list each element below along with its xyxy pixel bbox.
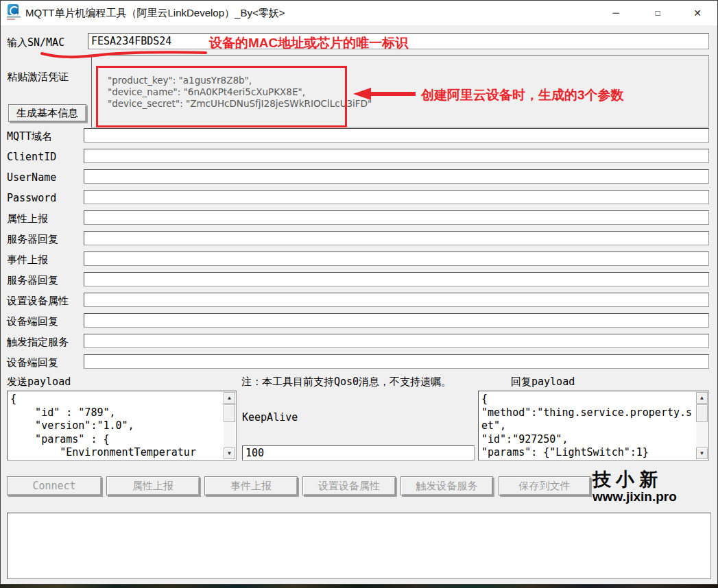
device-reply-1-input[interactable] (84, 313, 709, 328)
field-label-server-reply-1: 服务器回复 (7, 233, 58, 246)
field-label-mqtt-domain: MQTT域名 (7, 130, 52, 143)
property-report-button[interactable]: 属性上报 (106, 476, 200, 495)
desktop-wallpaper-strip (0, 585, 718, 588)
scroll-down-icon[interactable]: ▼ (224, 448, 235, 459)
minimize-button-icon[interactable]: ─ (600, 1, 632, 25)
credential-annotation-text: 创建阿里云设备时，生成的3个参数 (421, 86, 624, 104)
watermark-brand: 技小新 (593, 467, 662, 492)
scroll-up-icon[interactable]: ▲ (696, 392, 708, 404)
trigger-service-button[interactable]: 触发设备服务 (400, 476, 493, 495)
qos-note-text: 注：本工具目前支持Qos0消息，不支持遗嘱。 (241, 376, 451, 389)
reply-payload-label: 回复payload (511, 376, 575, 389)
device-reply-2-input[interactable] (84, 354, 709, 369)
field-label-password: Password (7, 192, 56, 204)
maximize-button-icon[interactable]: □ (642, 1, 673, 25)
log-textarea[interactable] (7, 513, 711, 579)
password-input[interactable] (84, 190, 709, 204)
title-bar: MQTT单片机编程工具（阿里云LinkDevelop）_By<零妖> ─ □ ✕ (1, 1, 717, 25)
scroll-down-icon[interactable]: ▼ (696, 448, 708, 459)
app-window: MQTT单片机编程工具（阿里云LinkDevelop）_By<零妖> ─ □ ✕… (0, 0, 718, 585)
credential-device-secret: "device_secret": "ZmcUHcDNuSfjI28jeSWkRI… (108, 98, 372, 110)
send-payload-scrollbar[interactable]: ▲ ▼ (224, 392, 235, 459)
save-to-file-button[interactable]: 保存到文件 (499, 476, 590, 495)
keepalive-input[interactable] (242, 445, 475, 461)
send-payload-textarea[interactable]: { "id" : "789", "version":"1.0", "params… (7, 391, 237, 461)
field-label-event-report: 事件上报 (7, 254, 48, 267)
sn-mac-label: 输入SN/MAC (7, 36, 64, 49)
property-report-input[interactable] (84, 210, 709, 225)
send-payload-text: { "id" : "789", "version":"1.0", "params… (10, 393, 221, 458)
mqtt-domain-input[interactable] (84, 128, 709, 143)
server-reply-2-input[interactable] (84, 272, 709, 286)
credential-device-name: "device_name": "6nA0KPt4eri5cXuPKX8E", (108, 86, 372, 98)
credential-label: 粘贴激活凭证 (7, 71, 69, 84)
set-device-property-input[interactable] (84, 293, 709, 307)
scroll-up-icon[interactable]: ▲ (224, 392, 235, 404)
clientid-input[interactable] (84, 149, 709, 163)
field-label-username: UserName (7, 171, 56, 184)
send-payload-label: 发送payload (7, 376, 71, 389)
app-logo-caption (7, 16, 21, 18)
reply-payload-scrollbar[interactable]: ▲ ▼ (696, 392, 708, 459)
reply-payload-text: { "method":"thing.service.property.set",… (481, 393, 693, 458)
field-label-server-reply-2: 服务器回复 (7, 274, 58, 287)
app-icon[interactable] (7, 4, 21, 22)
field-label-property-report: 属性上报 (7, 212, 48, 225)
event-report-button[interactable]: 事件上报 (204, 476, 298, 495)
reply-payload-textarea[interactable]: { "method":"thing.service.property.set",… (478, 391, 709, 461)
app-logo-icon (8, 4, 19, 15)
field-label-trigger-service: 触发指定服务 (7, 336, 69, 349)
field-label-set-device-property: 设置设备属性 (7, 295, 69, 308)
scrollbar-thumb[interactable] (224, 404, 235, 422)
window-title: MQTT单片机编程工具（阿里云LinkDevelop）_By<零妖> (25, 7, 285, 20)
event-report-input[interactable] (84, 252, 709, 266)
close-button-icon[interactable]: ✕ (682, 1, 713, 25)
watermark-url: www.jixin.pro (593, 489, 677, 504)
set-property-button[interactable]: 设置设备属性 (302, 476, 396, 495)
keepalive-label: KeepAlive (242, 411, 298, 424)
field-label-device-reply-2: 设备端回复 (7, 356, 58, 369)
sn-annotation-text: 设备的MAC地址或芯片的唯一标识 (209, 34, 408, 52)
credential-product-key: "product_key": "a1gusYr8Z8b", (108, 75, 372, 86)
generate-basic-info-button[interactable]: 生成基本信息 (8, 104, 86, 122)
username-input[interactable] (84, 169, 709, 184)
connect-button[interactable]: Connect (7, 476, 101, 495)
app-logo-caption2 (7, 19, 15, 20)
field-label-clientid: ClientID (7, 151, 56, 163)
scrollbar-thumb[interactable] (696, 404, 708, 422)
server-reply-1-input[interactable] (84, 231, 709, 245)
field-label-device-reply-1: 设备端回复 (7, 315, 58, 328)
trigger-service-input[interactable] (84, 334, 709, 348)
